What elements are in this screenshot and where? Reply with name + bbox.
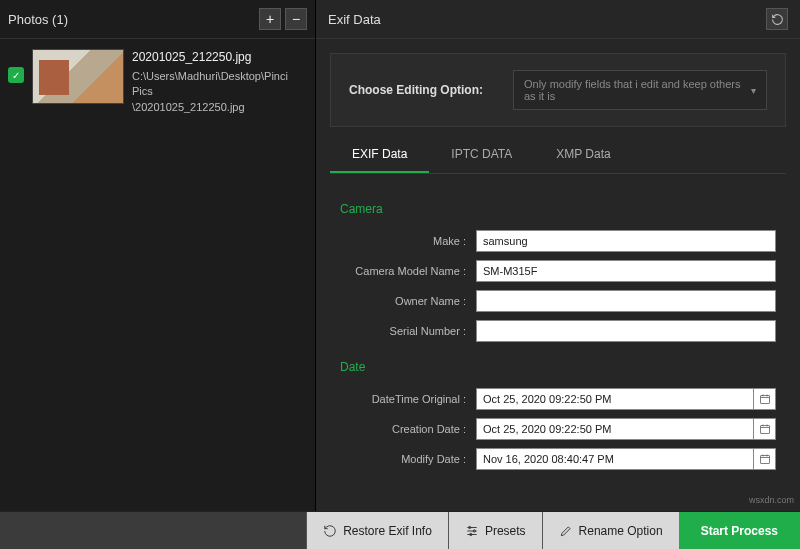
chevron-down-icon: ▾ xyxy=(751,85,756,96)
add-photo-button[interactable]: + xyxy=(259,8,281,30)
dt-original-calendar-button[interactable] xyxy=(754,388,776,410)
restore-exif-button[interactable]: Restore Exif Info xyxy=(306,512,448,549)
list-item[interactable]: ✓ 20201025_212250.jpg C:\Users\Madhuri\D… xyxy=(0,39,315,125)
rename-label: Rename Option xyxy=(579,524,663,538)
remove-photo-button[interactable]: − xyxy=(285,8,307,30)
pencil-icon xyxy=(559,524,573,538)
tab-bar: EXIF Data IPTC DATA XMP Data xyxy=(330,137,786,174)
make-label: Make : xyxy=(340,235,476,247)
photo-meta: 20201025_212250.jpg C:\Users\Madhuri\Des… xyxy=(132,49,307,115)
start-process-button[interactable]: Start Process xyxy=(679,512,800,549)
section-date-title: Date xyxy=(340,360,776,374)
restore-icon xyxy=(323,524,337,538)
modify-date-calendar-button[interactable] xyxy=(754,448,776,470)
exif-panel: Exif Data Choose Editing Option: Only mo… xyxy=(316,0,800,511)
photos-header: Photos (1) + − xyxy=(0,0,315,39)
editing-option-dropdown[interactable]: Only modify fields that i edit and keep … xyxy=(513,70,767,110)
sliders-icon xyxy=(465,524,479,538)
serial-label: Serial Number : xyxy=(340,325,476,337)
minus-icon: − xyxy=(292,11,300,27)
rename-option-button[interactable]: Rename Option xyxy=(542,512,679,549)
tab-exif[interactable]: EXIF Data xyxy=(330,137,429,173)
modify-date-input[interactable] xyxy=(476,448,754,470)
calendar-icon xyxy=(759,393,771,405)
footer-toolbar: Restore Exif Info Presets Rename Option … xyxy=(0,511,800,549)
photo-path-line1: C:\Users\Madhuri\Desktop\Pinci Pics xyxy=(132,69,307,100)
calendar-icon xyxy=(759,423,771,435)
model-input[interactable] xyxy=(476,260,776,282)
calendar-icon xyxy=(759,453,771,465)
creation-date-input[interactable] xyxy=(476,418,754,440)
presets-button[interactable]: Presets xyxy=(448,512,542,549)
exif-title: Exif Data xyxy=(328,12,381,27)
editing-option-label: Choose Editing Option: xyxy=(349,83,483,97)
owner-input[interactable] xyxy=(476,290,776,312)
owner-label: Owner Name : xyxy=(340,295,476,307)
svg-rect-0 xyxy=(760,396,769,404)
start-label: Start Process xyxy=(701,524,778,538)
modify-date-label: Modify Date : xyxy=(340,453,476,465)
svg-rect-2 xyxy=(760,456,769,464)
section-camera-title: Camera xyxy=(340,202,776,216)
make-input[interactable] xyxy=(476,230,776,252)
refresh-icon xyxy=(771,13,784,26)
tab-iptc[interactable]: IPTC DATA xyxy=(429,137,534,173)
form-area: Camera Make : Camera Model Name : Owner … xyxy=(316,174,800,511)
editing-option-panel: Choose Editing Option: Only modify field… xyxy=(330,53,786,127)
tab-xmp[interactable]: XMP Data xyxy=(534,137,632,173)
model-label: Camera Model Name : xyxy=(340,265,476,277)
restore-label: Restore Exif Info xyxy=(343,524,432,538)
dt-original-label: DateTime Original : xyxy=(340,393,476,405)
watermark: wsxdn.com xyxy=(749,495,794,505)
plus-icon: + xyxy=(266,11,274,27)
checkbox-checked-icon[interactable]: ✓ xyxy=(8,67,24,83)
editing-option-value: Only modify fields that i edit and keep … xyxy=(524,78,751,102)
dt-original-input[interactable] xyxy=(476,388,754,410)
refresh-button[interactable] xyxy=(766,8,788,30)
creation-date-calendar-button[interactable] xyxy=(754,418,776,440)
creation-date-label: Creation Date : xyxy=(340,423,476,435)
exif-header: Exif Data xyxy=(316,0,800,39)
photo-path-line2: \20201025_212250.jpg xyxy=(132,100,307,115)
svg-rect-1 xyxy=(760,426,769,434)
serial-input[interactable] xyxy=(476,320,776,342)
presets-label: Presets xyxy=(485,524,526,538)
photos-panel: Photos (1) + − ✓ 20201025_212250.jpg C:\… xyxy=(0,0,316,511)
photo-filename: 20201025_212250.jpg xyxy=(132,49,307,66)
photo-thumbnail xyxy=(32,49,124,104)
photos-title: Photos (1) xyxy=(8,12,68,27)
